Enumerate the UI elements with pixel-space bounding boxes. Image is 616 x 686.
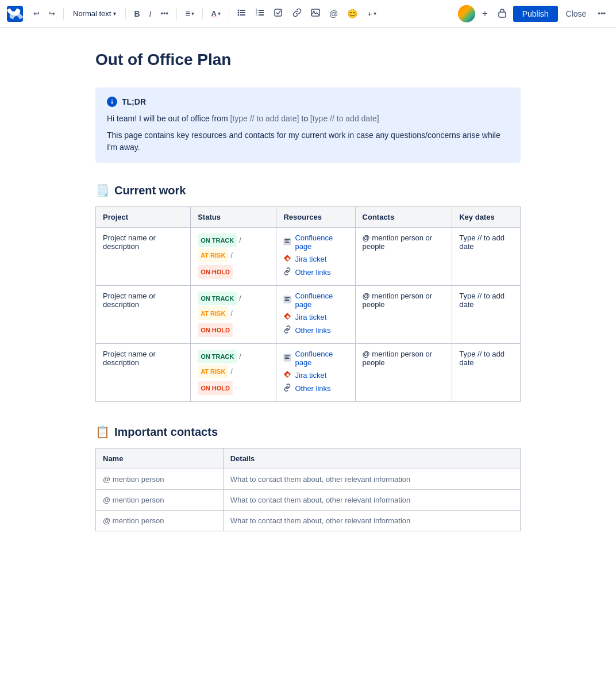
page-title[interactable]: Out of Office Plan xyxy=(95,51,521,69)
align-icon: ≡ xyxy=(185,9,190,19)
avatar-image xyxy=(458,5,475,22)
project-cell[interactable]: Project name or description xyxy=(96,228,191,286)
resource-text: Other links xyxy=(295,268,330,277)
dates-cell[interactable]: Type // to add date xyxy=(452,344,521,402)
contact-details[interactable]: What to contact them about, other releva… xyxy=(223,490,520,511)
image-button[interactable] xyxy=(307,6,324,21)
resource-item[interactable]: ◆Jira ticket xyxy=(283,312,348,322)
contacts-cell[interactable]: @ mention person or people xyxy=(355,344,452,402)
resource-item[interactable]: Other links xyxy=(283,384,348,393)
contact-name[interactable]: @ mention person xyxy=(96,490,224,511)
redo-button[interactable]: ↪ xyxy=(45,7,59,20)
text-style-dropdown[interactable]: Normal text ▾ xyxy=(68,7,121,20)
numbered-list-icon: 1.2.3. xyxy=(256,8,265,19)
resource-item[interactable]: Confluence page xyxy=(283,233,348,251)
svg-point-3 xyxy=(237,12,239,14)
insert-chevron: ▾ xyxy=(374,10,376,17)
svg-rect-20 xyxy=(285,242,290,243)
contacts-heading: 📋 Important contacts xyxy=(95,425,521,439)
resource-icon: ◆ xyxy=(283,254,291,264)
toolbar-divider-1 xyxy=(63,8,64,20)
contact-details[interactable]: What to contact them about, other releva… xyxy=(223,469,520,490)
resource-text: Other links xyxy=(295,384,330,393)
contact-details[interactable]: What to contact them about, other releva… xyxy=(223,511,520,531)
bullet-list-button[interactable] xyxy=(234,6,250,21)
resource-icon xyxy=(283,354,291,363)
user-avatar-area: + xyxy=(458,5,491,22)
tldr-placeholder1[interactable]: [type // to add date] xyxy=(230,114,299,123)
tldr-prefix: Hi team! I will be out of office from xyxy=(107,114,230,123)
resource-item[interactable]: Confluence page xyxy=(283,350,348,367)
contact-name[interactable]: @ mention person xyxy=(96,469,224,490)
resource-item[interactable]: ◆Jira ticket xyxy=(283,254,348,264)
contacts-cell[interactable]: @ mention person or people xyxy=(355,286,452,344)
badge-on-hold[interactable]: ON HOLD xyxy=(198,381,233,395)
tldr-header: i TL;DR xyxy=(107,97,509,107)
badge-at-risk[interactable]: AT RISK xyxy=(198,365,228,378)
close-button[interactable]: Close xyxy=(560,6,592,22)
text-color-button[interactable]: A ▾ xyxy=(207,7,224,20)
avatar xyxy=(458,5,475,22)
resource-text: Jira ticket xyxy=(295,371,326,380)
italic-button[interactable]: I xyxy=(146,7,155,21)
insert-icon: + xyxy=(367,9,372,18)
emoji-icon: 😊 xyxy=(347,9,358,19)
resource-item[interactable]: Other links xyxy=(283,325,348,335)
dates-cell[interactable]: Type // to add date xyxy=(452,228,521,286)
resources-cell: Confluence page◆Jira ticketOther links xyxy=(276,228,355,286)
badge-at-risk[interactable]: AT RISK xyxy=(198,306,228,320)
project-cell[interactable]: Project name or description xyxy=(96,286,191,344)
mention-button[interactable]: @ xyxy=(326,6,341,21)
resource-icon xyxy=(283,267,291,277)
numbered-list-button[interactable]: 1.2.3. xyxy=(252,6,268,21)
resource-item[interactable]: Other links xyxy=(283,267,348,277)
col-status: Status xyxy=(191,207,276,228)
svg-text:◆: ◆ xyxy=(286,315,290,319)
more-options-button[interactable]: ••• xyxy=(594,7,609,20)
svg-rect-16 xyxy=(499,12,506,17)
bold-icon: B xyxy=(134,9,140,18)
dates-cell[interactable]: Type // to add date xyxy=(452,286,521,344)
badge-on-hold[interactable]: ON HOLD xyxy=(198,323,233,337)
insert-button[interactable]: + ▾ xyxy=(364,6,380,21)
task-list-button[interactable] xyxy=(271,6,287,21)
resource-icon: ◆ xyxy=(283,370,291,380)
badge-on-hold[interactable]: ON HOLD xyxy=(198,265,233,279)
restrict-button[interactable] xyxy=(494,5,511,22)
align-button[interactable]: ≡ ▾ xyxy=(182,6,198,21)
badge-separator-2: / xyxy=(230,306,232,320)
link-button[interactable] xyxy=(289,6,305,21)
confluence-logo[interactable] xyxy=(7,6,23,22)
tldr-placeholder2[interactable]: [type // to add date] xyxy=(310,114,379,123)
svg-rect-31 xyxy=(285,357,289,357)
emoji-button[interactable]: 😊 xyxy=(344,6,361,21)
mention-icon: @ xyxy=(329,9,338,18)
resource-item[interactable]: Confluence page xyxy=(283,292,348,309)
badge-on-track[interactable]: ON TRACK xyxy=(198,350,237,363)
current-work-row: Project name or descriptionON TRACK / AT… xyxy=(96,228,521,286)
svg-rect-18 xyxy=(285,239,290,240)
more-formatting-button[interactable]: ••• xyxy=(157,7,172,20)
resource-text: Jira ticket xyxy=(295,313,326,321)
badge-on-track[interactable]: ON TRACK xyxy=(198,233,237,247)
add-collaborator-button[interactable]: + xyxy=(479,6,491,21)
resources-cell: Confluence page◆Jira ticketOther links xyxy=(276,344,355,402)
current-work-table: Project Status Resources Contacts Key da… xyxy=(95,206,521,402)
toolbar-divider-2 xyxy=(125,8,126,20)
bold-button[interactable]: B xyxy=(130,7,143,21)
publish-button[interactable]: Publish xyxy=(513,6,558,22)
task-list-icon xyxy=(274,8,283,19)
text-color-icon: A xyxy=(211,9,216,18)
badge-on-track[interactable]: ON TRACK xyxy=(198,292,237,305)
resource-icon xyxy=(283,325,291,335)
svg-rect-19 xyxy=(285,240,289,241)
project-cell[interactable]: Project name or description xyxy=(96,344,191,402)
tldr-title: TL;DR xyxy=(122,97,146,106)
resource-icon xyxy=(283,384,291,393)
undo-button[interactable]: ↩ xyxy=(30,7,43,20)
resource-text: Confluence page xyxy=(295,350,348,367)
contact-name[interactable]: @ mention person xyxy=(96,511,224,531)
resource-item[interactable]: ◆Jira ticket xyxy=(283,370,348,380)
contacts-cell[interactable]: @ mention person or people xyxy=(355,228,452,286)
badge-at-risk[interactable]: AT RISK xyxy=(198,248,228,262)
